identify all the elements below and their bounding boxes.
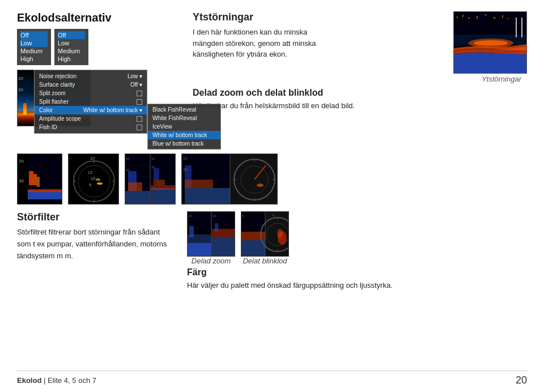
- svg-text:10: 10: [183, 156, 188, 160]
- menu-value5: White w/ bottom track ▾: [83, 107, 142, 113]
- svg-rect-8: [462, 15, 464, 17]
- depth-tick-30: 30: [18, 87, 23, 92]
- svg-rect-24: [28, 191, 62, 199]
- fish-id-checkbox[interactable]: [137, 125, 142, 130]
- delad-zoom-body: Här ändrar du från helskärmsbild till en…: [193, 100, 527, 112]
- delat-blinklod-img: 5: [241, 211, 289, 257]
- svg-rect-7: [457, 16, 458, 18]
- svg-text:15: 15: [91, 177, 95, 181]
- delat-blinklod-preview-wrapper: 5: [241, 211, 289, 267]
- flasher-preview: 10 13 15 9: [68, 154, 119, 204]
- split-flasher-checkbox[interactable]: [137, 99, 142, 105]
- svg-rect-54: [154, 180, 165, 185]
- delad-zoom-img: 10 10: [187, 211, 235, 257]
- svg-text:20: 20: [183, 168, 188, 172]
- svg-text:10: 10: [212, 214, 216, 218]
- color-option-white[interactable]: White FishReveal: [148, 114, 220, 122]
- svg-rect-25: [28, 189, 62, 192]
- color-option-black[interactable]: Black FishReveal: [148, 105, 220, 114]
- menu-fish-id[interactable]: Fish ID: [35, 123, 147, 131]
- menu-noise-rejection[interactable]: Noise rejection Low ▾: [35, 72, 147, 80]
- color-option-blue-bottom[interactable]: Blue w/ bottom track: [148, 139, 220, 148]
- svg-rect-12: [494, 17, 495, 19]
- menu-label2: Surface clarity: [39, 82, 75, 88]
- svg-text:20: 20: [19, 159, 24, 164]
- dropdown-right[interactable]: Off Low Medium High: [54, 29, 88, 65]
- farg-title: Färg: [187, 267, 527, 278]
- ytstorningar-body: I den här funktionen kan du minska mängd…: [193, 27, 340, 60]
- svg-rect-82: [212, 237, 235, 257]
- menu-label3: Split zoom: [39, 90, 66, 96]
- split-zoom-checkbox[interactable]: [137, 91, 142, 96]
- delad-zoom-title: Delad zoom och delat blinklod: [193, 88, 527, 98]
- fishfinder-depth-preview: 20 30: [17, 154, 62, 204]
- ytstorningar-corner-label: Ytstörningar: [482, 75, 527, 83]
- svg-point-4: [474, 40, 508, 46]
- menu-split-flasher[interactable]: Split flasher: [35, 97, 147, 106]
- svg-rect-55: [151, 188, 176, 204]
- svg-text:30: 30: [19, 178, 24, 184]
- delad-zoom-preview-wrapper: 10 10 Delad zoom: [187, 211, 235, 267]
- footer-page-number: 20: [516, 374, 527, 386]
- footer-models: Elite 4, 5 och 7: [48, 376, 96, 385]
- color-submenu: Black FishReveal White FishReveal IceVie…: [147, 104, 221, 150]
- dropdown-item-medium[interactable]: Medium: [20, 47, 48, 55]
- dropdown-item-low[interactable]: Low: [20, 39, 48, 47]
- menu-surface-clarity[interactable]: Surface clarity Off ▾: [35, 80, 147, 89]
- svg-rect-61: [185, 188, 230, 204]
- svg-rect-14: [508, 18, 509, 19]
- dropdown-item-low2[interactable]: Low: [58, 39, 85, 47]
- dropdown-item-high[interactable]: High: [20, 55, 48, 63]
- svg-text:10: 10: [90, 156, 95, 160]
- menu-label4: Split flasher: [39, 99, 69, 105]
- menu-label7: Fish ID: [39, 124, 57, 130]
- svg-text:13: 13: [88, 171, 92, 174]
- dropdown-item-off2[interactable]: Off: [58, 31, 85, 39]
- dropdown-item-high2[interactable]: High: [58, 55, 85, 63]
- storfilter-title: Störfilter: [17, 211, 176, 223]
- menu-value: Low ▾: [128, 73, 142, 79]
- depth-tick-20: 20: [18, 76, 23, 81]
- svg-rect-23: [37, 177, 40, 187]
- svg-rect-22: [33, 174, 37, 185]
- storfilter-body: Störfiltret filtrerar bort störningar fr…: [17, 227, 176, 262]
- menu-color[interactable]: Color White w/ bottom track ▾: [35, 106, 147, 114]
- svg-point-96: [277, 229, 283, 238]
- color-option-iceview[interactable]: IceView: [148, 122, 220, 131]
- svg-rect-13: [502, 15, 503, 18]
- delad-zoom-caption: Delad zoom: [192, 257, 231, 265]
- svg-point-38: [96, 178, 100, 181]
- menu-value2: Off ▾: [130, 82, 142, 88]
- footer-brand: Ekolod: [17, 376, 41, 385]
- dropdown-item-off[interactable]: Off: [20, 31, 48, 39]
- svg-point-73: [257, 184, 264, 187]
- split-zoom-preview: 10 20 10 20: [125, 154, 176, 204]
- page-title-left: Ekolodsalternativ: [17, 11, 187, 24]
- svg-text:10: 10: [151, 157, 155, 160]
- delat-blinklod-caption: Delat blinklod: [243, 257, 287, 265]
- menu-split-zoom[interactable]: Split zoom: [35, 89, 147, 97]
- svg-text:10: 10: [126, 157, 130, 160]
- dropdown-left[interactable]: Off Low Medium High: [17, 29, 51, 65]
- dropdown-item-medium2[interactable]: Medium: [58, 47, 85, 55]
- svg-rect-84: [189, 226, 194, 237]
- sonar-preview-top-right: [453, 11, 527, 74]
- menu-amplitude-scope[interactable]: Amplitude scope: [35, 114, 147, 123]
- svg-point-37: [97, 182, 103, 185]
- split-flasher-preview: 10 20: [181, 154, 278, 204]
- amplitude-scope-checkbox[interactable]: [137, 116, 142, 122]
- svg-rect-21: [29, 171, 33, 185]
- menu-label5: Color: [39, 107, 53, 113]
- farg-body: Här väljer du palett med önskad färgupps…: [187, 280, 527, 291]
- svg-rect-48: [125, 191, 150, 204]
- svg-rect-89: [241, 240, 265, 257]
- color-option-white-bottom[interactable]: White w/ bottom track: [148, 131, 220, 139]
- svg-rect-10: [477, 16, 478, 19]
- footer-label: Ekolod | Elite 4, 5 och 7: [17, 376, 96, 385]
- svg-rect-9: [468, 18, 470, 19]
- svg-rect-77: [188, 243, 211, 257]
- svg-rect-85: [215, 223, 218, 232]
- svg-rect-56: [151, 185, 176, 190]
- svg-rect-11: [485, 14, 486, 16]
- ytstorningar-title: Ytstörningar: [193, 11, 442, 23]
